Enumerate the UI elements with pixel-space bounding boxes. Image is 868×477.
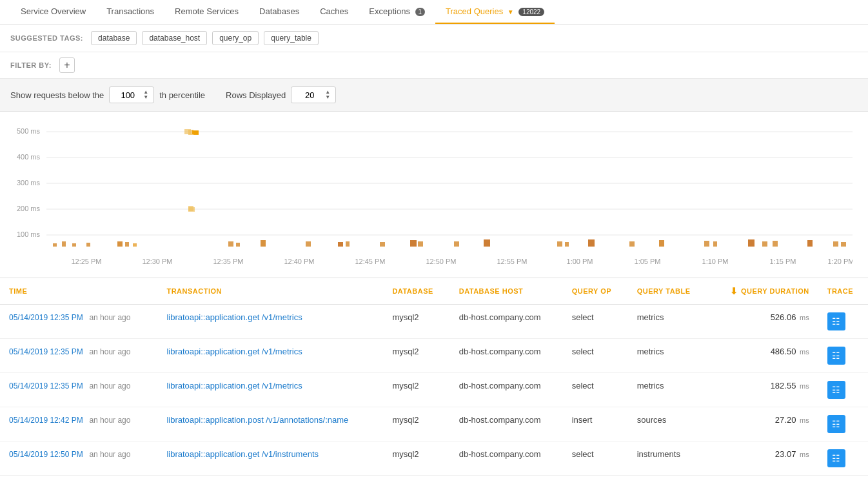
duration-value: 182.55 — [771, 381, 796, 391]
cell-query-table: instruments — [628, 441, 709, 476]
tag-query-table[interactable]: query_table — [264, 31, 319, 45]
cell-query-duration: 486.50 ms — [709, 339, 818, 373]
rows-value-input[interactable] — [297, 90, 322, 100]
svg-rect-25 — [261, 240, 266, 247]
cell-query-duration: 526.06 ms — [709, 305, 818, 339]
svg-rect-35 — [565, 242, 569, 247]
svg-text:1:20 PM: 1:20 PM — [828, 258, 853, 265]
transaction-link[interactable]: libratoapi::application.get /v1/metrics — [166, 381, 302, 391]
svg-text:500 ms: 500 ms — [17, 127, 41, 135]
svg-rect-45 — [833, 241, 838, 247]
cell-database-host: db-host.company.com — [450, 407, 563, 441]
tab-exceptions[interactable]: Exceptions 1 — [359, 0, 435, 24]
cell-query-op: select — [563, 373, 628, 407]
tab-databases[interactable]: Databases — [249, 0, 310, 24]
percentile-input[interactable]: ▲ ▼ — [109, 86, 154, 103]
svg-rect-34 — [557, 241, 562, 247]
svg-text:400 ms: 400 ms — [17, 153, 41, 161]
tag-database[interactable]: database — [91, 31, 137, 45]
col-database[interactable]: DATABASE — [383, 278, 449, 305]
tab-caches[interactable]: Caches — [310, 0, 359, 24]
svg-rect-22 — [188, 207, 195, 212]
duration-unit: ms — [800, 451, 809, 458]
col-query-table[interactable]: QUERY TABLE — [628, 278, 709, 305]
tag-query-op[interactable]: query_op — [212, 31, 259, 45]
svg-rect-26 — [306, 241, 311, 247]
rows-arrows[interactable]: ▲ ▼ — [325, 90, 330, 100]
transaction-link[interactable]: libratoapi::application.get /v1/metrics — [166, 347, 302, 356]
add-filter-button[interactable]: + — [59, 57, 75, 73]
svg-text:1:15 PM: 1:15 PM — [770, 258, 796, 265]
sort-down-icon: ⬇ — [730, 286, 738, 296]
cell-database: mysql2 — [383, 373, 449, 407]
svg-rect-29 — [380, 242, 385, 247]
svg-rect-43 — [773, 241, 778, 247]
col-trace[interactable]: TRACE — [818, 278, 868, 305]
table-row: 05/14/2019 12:50 PM an hour ago libratoa… — [0, 441, 868, 476]
time-link[interactable]: 05/14/2019 12:35 PM — [9, 381, 83, 391]
tab-transactions[interactable]: Transactions — [96, 0, 164, 24]
traced-queries-dropdown-icon: ▼ — [508, 8, 514, 15]
time-link[interactable]: 05/14/2019 12:35 PM — [9, 313, 83, 322]
trace-button[interactable]: ☷ — [827, 449, 845, 467]
table-row: 05/14/2019 12:35 PM an hour ago libratoa… — [0, 373, 868, 407]
time-link[interactable]: 05/14/2019 12:35 PM — [9, 347, 83, 356]
time-link[interactable]: 05/14/2019 12:42 PM — [9, 416, 83, 425]
col-query-op[interactable]: QUERY OP — [563, 278, 628, 305]
duration-value: 27.20 — [775, 415, 796, 425]
cell-transaction: libratoapi::application.get /v1/instrume… — [157, 441, 383, 476]
col-database-host[interactable]: DATABASE HOST — [450, 278, 563, 305]
tab-service-overview[interactable]: Service Overview — [10, 0, 96, 24]
svg-text:12:50 PM: 12:50 PM — [426, 258, 456, 265]
cell-query-table: sources — [628, 407, 709, 441]
svg-rect-23 — [228, 241, 233, 247]
rows-input[interactable]: ▲ ▼ — [291, 86, 336, 103]
svg-rect-28 — [346, 241, 350, 247]
cell-database-host: db-host.company.com — [450, 441, 563, 476]
cell-database: mysql2 — [383, 407, 449, 441]
svg-text:100 ms: 100 ms — [17, 230, 41, 238]
percentile-arrows[interactable]: ▲ ▼ — [143, 90, 148, 100]
trace-button[interactable]: ☷ — [827, 347, 845, 365]
cell-transaction: libratoapi::application.get /v1/metrics — [157, 339, 383, 373]
suggested-tags-label: SUGGESTED TAGS: — [10, 34, 83, 42]
trace-button[interactable]: ☷ — [827, 381, 845, 399]
col-transaction[interactable]: TRANSACTION — [157, 278, 383, 305]
cell-database: mysql2 — [383, 339, 449, 373]
svg-rect-37 — [629, 241, 635, 247]
svg-rect-36 — [588, 239, 595, 247]
col-time[interactable]: TIME — [0, 278, 157, 305]
exceptions-badge: 1 — [415, 8, 426, 16]
svg-rect-30 — [410, 240, 417, 247]
time-ago: an hour ago — [89, 381, 130, 391]
svg-rect-42 — [762, 241, 767, 247]
col-query-duration[interactable]: ⬇ QUERY DURATION — [709, 278, 818, 305]
cell-transaction: libratoapi::application.get /v1/metrics — [157, 373, 383, 407]
cell-query-table: metrics — [628, 339, 709, 373]
cell-transaction: libratoapi::application.post /v1/annotat… — [157, 407, 383, 441]
tab-traced-queries[interactable]: Traced Queries ▼ 12022 — [435, 0, 555, 24]
cell-query-op: select — [563, 441, 628, 476]
cell-trace: ☷ — [818, 305, 868, 339]
svg-text:12:30 PM: 12:30 PM — [142, 258, 172, 265]
cell-trace: ☷ — [818, 407, 868, 441]
cell-query-duration: 23.07 ms — [709, 441, 818, 476]
percentile-value-input[interactable] — [115, 90, 141, 100]
time-link[interactable]: 05/14/2019 12:50 PM — [9, 450, 83, 459]
trace-button[interactable]: ☷ — [827, 312, 845, 330]
suggested-tags-section: SUGGESTED TAGS: database database_host q… — [0, 25, 868, 52]
transaction-link[interactable]: libratoapi::application.get /v1/metrics — [166, 312, 302, 322]
svg-text:12:25 PM: 12:25 PM — [71, 258, 101, 265]
svg-rect-44 — [807, 240, 813, 247]
controls-bar: Show requests below the ▲ ▼ th percentil… — [0, 79, 868, 112]
time-ago: an hour ago — [89, 416, 130, 425]
transaction-link[interactable]: libratoapi::application.post /v1/annotat… — [166, 415, 348, 425]
tag-database-host[interactable]: database_host — [142, 31, 207, 45]
cell-query-op: insert — [563, 407, 628, 441]
svg-text:1:10 PM: 1:10 PM — [702, 258, 729, 265]
cell-query-op: select — [563, 305, 628, 339]
duration-unit: ms — [800, 348, 809, 356]
trace-button[interactable]: ☷ — [827, 415, 845, 433]
tab-remote-services[interactable]: Remote Services — [164, 0, 249, 24]
transaction-link[interactable]: libratoapi::application.get /v1/instrume… — [166, 449, 319, 459]
